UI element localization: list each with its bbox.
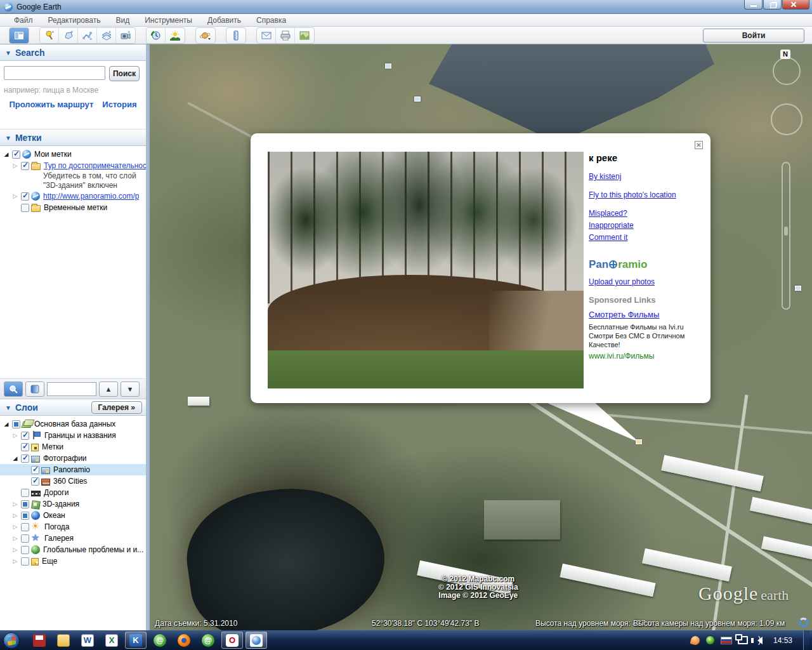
inappropriate-link[interactable]: Inappropriate [589,221,703,230]
search-button[interactable]: Поиск [109,66,140,81]
zoom-slider[interactable] [782,162,790,310]
expand-arrow-icon[interactable]: ◢ [11,455,19,461]
tree-row-weather[interactable]: ▷ Погода [0,521,146,533]
punto-switcher-icon[interactable] [690,635,700,646]
move-down-button[interactable]: ▼ [121,381,140,397]
layer-label[interactable]: 360 Cities [53,477,87,486]
photo-marker[interactable] [385,63,391,69]
volume-tray-icon[interactable] [754,637,763,644]
checkbox[interactable] [21,204,29,212]
taskbar-item-opera[interactable]: O [221,632,243,649]
add-path-button[interactable]: + [78,28,97,43]
checkbox[interactable] [21,443,29,451]
network-tray-icon[interactable] [738,636,748,644]
taskbar-item-mail-agent-2[interactable]: @ [197,632,219,649]
move-joystick[interactable] [771,103,802,135]
checkbox[interactable] [31,466,39,474]
look-joystick[interactable] [773,57,801,85]
places-filter-input[interactable] [47,382,96,396]
menu-help[interactable]: Справка [249,16,294,25]
search-input[interactable] [4,66,105,80]
tree-row-photos[interactable]: ◢ Фотографии [0,453,146,464]
fly-to-location-link[interactable]: Fly to this photo's location [589,190,703,199]
taskbar-clock[interactable]: 14:53 [773,636,792,645]
expand-arrow-icon[interactable]: ▷ [11,501,19,507]
comment-link[interactable]: Comment it [589,233,703,242]
layer-label[interactable]: Океан [43,511,65,520]
checkbox[interactable] [21,500,29,508]
tree-row-placemarks[interactable]: Метки [0,441,146,453]
expand-arrow-icon[interactable]: ▷ [11,547,19,553]
menu-file[interactable]: Файл [6,16,41,25]
checkbox[interactable] [21,557,29,566]
menu-edit[interactable]: Редактировать [41,16,108,25]
expand-arrow-icon[interactable]: ▷ [11,524,19,530]
tree-row-3d-buildings[interactable]: ▷ 3D-здания [0,498,146,510]
panoramio-url-link[interactable]: http://www.panoramio.com/p [43,192,139,201]
add-placemark-button[interactable]: + [40,28,59,43]
menu-view[interactable]: Вид [108,16,137,25]
expand-arrow-icon[interactable]: ▷ [11,193,19,199]
expand-arrow-icon[interactable]: ▷ [11,512,19,519]
my-places-label[interactable]: Мои метки [34,150,72,159]
taskbar-item-excel[interactable]: X [101,632,122,649]
checkbox[interactable] [21,489,29,497]
email-button[interactable] [257,28,276,43]
upload-photos-link[interactable]: Upload your photos [589,277,703,286]
taskbar-item-google-earth[interactable] [246,632,267,649]
layer-label[interactable]: Глобальные проблемы и и... [43,545,143,554]
temp-places-label[interactable]: Временные метки [44,203,107,212]
taskbar-item-firefox[interactable] [173,632,195,649]
expand-arrow-icon[interactable]: ▷ [11,535,19,541]
tree-row-gallery[interactable]: ▷ Галерея [0,533,146,544]
checkbox[interactable] [21,534,29,543]
tour-link[interactable]: Тур по достопримечательнос [44,161,146,170]
layer-label[interactable]: Фотографии [43,454,87,463]
places-panel-header[interactable]: ▼ Метки [0,129,146,146]
layer-label[interactable]: Основная база данных [34,420,115,428]
balloon-close-icon[interactable]: ✕ [695,141,703,149]
layer-label[interactable]: Panoramio [53,465,90,474]
tree-row-panoramio[interactable]: Panoramio [0,464,146,475]
checkbox[interactable] [21,546,29,554]
close-button[interactable] [782,0,809,10]
checkbox[interactable] [12,420,20,428]
ad-url[interactable]: www.ivi.ru/Фильмы [589,352,703,361]
ruler-button[interactable] [226,28,246,43]
layer-label[interactable]: Еще [42,557,57,566]
photo-marker[interactable] [414,96,421,102]
checkbox[interactable] [12,150,20,159]
add-polygon-button[interactable]: + [59,28,78,43]
tree-row-tour[interactable]: ▷ Тур по достопримечательнос [0,160,146,171]
layers-panel-header[interactable]: ▼ Слои Галерея » [0,399,146,416]
tree-row-primary-database[interactable]: ◢ Основная база данных [0,418,146,430]
checkbox[interactable] [21,523,29,531]
taskbar-item-mail-agent[interactable]: @ [149,632,171,649]
photo-marker[interactable] [795,286,801,291]
move-up-button[interactable]: ▲ [99,381,118,397]
start-button[interactable] [3,632,20,649]
get-directions-link[interactable]: Проложить маршрут [9,100,93,109]
checkbox[interactable] [21,192,29,201]
photo-author-link[interactable]: By kistenj [589,172,703,181]
checkbox[interactable] [31,477,39,486]
snapshot-view-button[interactable] [25,381,44,397]
taskbar-item-explorer[interactable] [53,632,74,649]
photo-marker-active[interactable] [636,439,642,444]
menu-add[interactable]: Добавить [200,16,249,25]
checkbox[interactable] [21,454,29,463]
ad-link[interactable]: Смотреть Фильмы [589,310,703,319]
restore-button[interactable] [763,0,782,10]
checkbox[interactable] [21,512,29,520]
tree-row-roads[interactable]: Дороги [0,487,146,498]
expand-arrow-icon[interactable]: ▷ [11,558,19,564]
tree-row-360cities[interactable]: 360 Cities [0,475,146,487]
tree-row-global-awareness[interactable]: ▷ Глобальные проблемы и и... [0,544,146,555]
print-button[interactable] [276,28,295,43]
tree-row-my-places[interactable]: ◢ Мои метки [0,149,146,160]
minimize-button[interactable] [744,0,763,10]
add-image-overlay-button[interactable]: + [97,28,116,43]
antivirus-tray-icon[interactable] [705,635,715,645]
sidebar-toggle-button[interactable] [10,28,29,43]
layer-label[interactable]: Галерея [44,534,74,543]
